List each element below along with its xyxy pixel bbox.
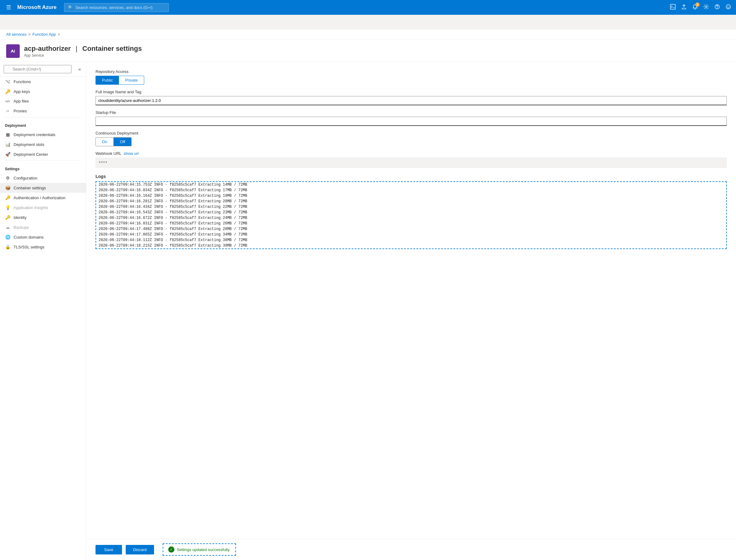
full-image-input[interactable] bbox=[95, 96, 727, 105]
backups-icon: ☁ bbox=[5, 225, 10, 230]
sidebar-search-container: 🔍 « bbox=[0, 62, 86, 77]
sidebar-item-functions[interactable]: ⌥ Functions bbox=[0, 77, 86, 87]
log-line: 2020-06-22T09:44:15.753Z INFO - f82585c5… bbox=[96, 182, 726, 187]
sidebar-collapse-icon[interactable]: « bbox=[78, 66, 81, 72]
resource-divider: | bbox=[76, 45, 78, 53]
public-button[interactable]: Public bbox=[96, 76, 119, 84]
log-line: 2020-06-22T09:44:18.215Z INFO - f82585c5… bbox=[96, 243, 726, 248]
deployment-center-icon: 🚀 bbox=[5, 152, 10, 157]
hamburger-icon[interactable]: ☰ bbox=[5, 3, 12, 12]
bell-icon[interactable]: 2 bbox=[692, 4, 698, 11]
private-button[interactable]: Private bbox=[119, 76, 143, 84]
sidebar-item-auth[interactable]: 🔑 Authentication / Authorization bbox=[0, 193, 86, 203]
upload-icon[interactable] bbox=[681, 4, 687, 11]
svg-point-1 bbox=[706, 6, 707, 8]
sidebar-item-label: Application Insights bbox=[14, 205, 48, 210]
breadcrumb-sep1: > bbox=[28, 32, 31, 37]
cd-on-button[interactable]: On bbox=[96, 138, 114, 146]
configuration-icon: ⚙ bbox=[5, 175, 10, 180]
container-settings-icon: 📦 bbox=[5, 185, 10, 190]
bottom-bar: Save Discard ✓ Settings updated successf… bbox=[86, 539, 736, 560]
svg-point-6 bbox=[729, 6, 730, 7]
breadcrumb-function-app[interactable]: Function App bbox=[32, 32, 56, 37]
sidebar: 🔍 « ⌥ Functions 🔑 App keys </> App files bbox=[0, 62, 86, 560]
log-line: 2020-06-22T09:44:17.865Z INFO - f82585c5… bbox=[96, 232, 726, 237]
resource-icon bbox=[6, 44, 20, 58]
sidebar-item-configuration[interactable]: ⚙ Configuration bbox=[0, 173, 86, 183]
show-url-link[interactable]: show url bbox=[123, 151, 138, 156]
breadcrumb-all-services[interactable]: All services bbox=[6, 32, 26, 37]
content-area: Repository Access Public Private Full Im… bbox=[86, 62, 736, 539]
bell-badge: 2 bbox=[695, 2, 700, 7]
sidebar-item-label: Authentication / Authorization bbox=[14, 195, 65, 200]
sidebar-item-label: Deployment Center bbox=[14, 152, 48, 157]
sidebar-item-label: Identity bbox=[14, 215, 26, 220]
sidebar-item-proxies[interactable]: ↔ Proxies bbox=[0, 106, 86, 116]
identity-icon: 🔑 bbox=[5, 215, 10, 220]
log-line: 2020-06-22T09:44:18.112Z INFO - f82585c5… bbox=[96, 237, 726, 243]
webhook-row: Webhook URL show url bbox=[95, 151, 727, 156]
sidebar-item-deployment-center[interactable]: 🚀 Deployment Center bbox=[0, 149, 86, 159]
save-button[interactable]: Save bbox=[95, 545, 122, 554]
page-name: Container settings bbox=[82, 45, 142, 53]
top-nav: ☰ Microsoft Azure 🔍 2 bbox=[0, 0, 736, 15]
sidebar-item-label: Custom domains bbox=[14, 235, 44, 240]
startup-file-label: Startup File bbox=[95, 110, 727, 115]
discard-button[interactable]: Discard bbox=[126, 545, 154, 554]
proxies-icon: ↔ bbox=[5, 108, 10, 113]
app-files-icon: </> bbox=[5, 99, 10, 103]
tls-ssl-icon: 🔒 bbox=[5, 244, 10, 249]
deployment-section-header: Deployment bbox=[0, 119, 86, 130]
sidebar-item-label: TLS/SSL settings bbox=[14, 245, 44, 249]
sidebar-item-label: Proxies bbox=[14, 109, 27, 113]
app-keys-icon: 🔑 bbox=[5, 89, 10, 94]
log-line: 2020-06-22T09:44:16.543Z INFO - f82585c5… bbox=[96, 210, 726, 215]
settings-section-header: Settings bbox=[0, 162, 86, 173]
cd-off-button[interactable]: Off bbox=[114, 138, 131, 146]
sidebar-item-label: Configuration bbox=[14, 176, 37, 180]
sidebar-item-custom-domains[interactable]: 🌐 Custom domains bbox=[0, 232, 86, 242]
svg-point-4 bbox=[726, 5, 730, 9]
help-icon[interactable] bbox=[714, 4, 720, 11]
sidebar-item-label: Backups bbox=[14, 225, 29, 230]
svg-point-5 bbox=[727, 6, 728, 7]
continuous-deployment-label: Continuous Deployment bbox=[95, 131, 727, 135]
sidebar-search-input[interactable] bbox=[4, 65, 71, 73]
repository-access-label: Repository Access bbox=[95, 69, 727, 74]
startup-file-input[interactable] bbox=[95, 117, 727, 126]
svg-rect-0 bbox=[670, 4, 675, 9]
sidebar-item-app-insights: 💡 Application Insights bbox=[0, 203, 86, 212]
sidebar-item-deployment-credentials[interactable]: ▦ Deployment credentials bbox=[0, 130, 86, 139]
app-insights-icon: 💡 bbox=[5, 205, 10, 210]
sidebar-item-label: Container settings bbox=[14, 186, 46, 190]
deployment-slots-icon: 📊 bbox=[5, 142, 10, 147]
sidebar-item-label: Functions bbox=[14, 79, 31, 84]
sidebar-item-app-files[interactable]: </> App files bbox=[0, 96, 86, 106]
settings-icon[interactable] bbox=[703, 4, 709, 11]
sidebar-item-app-keys[interactable]: 🔑 App keys bbox=[0, 87, 86, 96]
resource-title: acp-authorizer bbox=[24, 45, 71, 53]
repo-access-toggle: Public Private bbox=[95, 76, 144, 85]
sidebar-item-container-settings[interactable]: 📦 Container settings bbox=[0, 183, 86, 193]
success-notification: ✓ Settings updated successfully. bbox=[163, 543, 236, 556]
log-line: 2020-06-22T09:44:16.281Z INFO - f82585c5… bbox=[96, 199, 726, 204]
functions-icon: ⌥ bbox=[5, 79, 10, 84]
sidebar-item-backups[interactable]: ☁ Backups bbox=[0, 222, 86, 232]
search-input[interactable] bbox=[75, 5, 165, 10]
logs-container[interactable]: 2020-06-22T09:44:15.753Z INFO - f82585c5… bbox=[95, 181, 727, 249]
brand-name: Microsoft Azure bbox=[17, 4, 57, 10]
terminal-icon[interactable] bbox=[670, 4, 676, 11]
sidebar-item-label: App keys bbox=[14, 89, 30, 94]
deployment-credentials-icon: ▦ bbox=[5, 132, 10, 137]
sidebar-item-tls-ssl[interactable]: 🔒 TLS/SSL settings bbox=[0, 242, 86, 252]
log-line: 2020-06-22T09:44:16.434Z INFO - f82585c5… bbox=[96, 204, 726, 210]
sidebar-item-identity[interactable]: 🔑 Identity bbox=[0, 212, 86, 222]
sidebar-item-deployment-slots[interactable]: 📊 Deployment slots bbox=[0, 139, 86, 149]
resource-header: acp-authorizer | Container settings App … bbox=[0, 39, 736, 62]
sidebar-item-label: Deployment slots bbox=[14, 142, 44, 147]
search-bar[interactable]: 🔍 bbox=[64, 3, 169, 12]
nav-icons: 2 bbox=[670, 4, 731, 11]
sidebar-item-label: App files bbox=[14, 99, 29, 103]
smiley-icon[interactable] bbox=[726, 4, 731, 11]
log-line: 2020-06-22T09:44:17.488Z INFO - f82585c5… bbox=[96, 226, 726, 232]
